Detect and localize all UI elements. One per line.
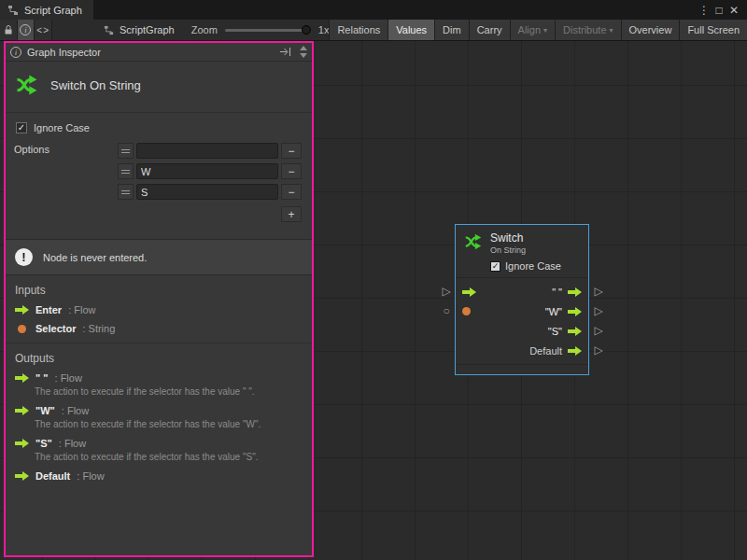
reorder-handle-icon[interactable]: [118, 184, 134, 200]
node-title: Switch: [490, 231, 526, 245]
remove-option-button[interactable]: −: [281, 163, 302, 179]
zoom-slider-knob[interactable]: [302, 25, 311, 35]
port-type: Flow: [77, 470, 104, 482]
toolbar-button-dim[interactable]: Dim: [434, 20, 469, 40]
toolbar-button-values[interactable]: Values: [388, 20, 434, 40]
port-description: The action to execute if the selector ha…: [35, 452, 303, 462]
remove-option-button[interactable]: −: [281, 143, 302, 159]
option-input[interactable]: [136, 163, 278, 179]
node-input-ports: ▷ ○: [462, 282, 476, 321]
dock-icon[interactable]: [279, 47, 291, 57]
code-view-button[interactable]: <>: [35, 20, 52, 40]
node-ignore-case-checkbox[interactable]: [490, 261, 500, 272]
switch-node[interactable]: Switch On String Ignore Case " " ▷ "W": [455, 224, 589, 375]
remove-option-button[interactable]: −: [281, 184, 302, 200]
port-description: The action to execute if the selector ha…: [35, 386, 303, 397]
input-connector[interactable]: ○: [440, 304, 453, 317]
switch-icon: [14, 72, 40, 98]
port-description: The action to execute if the selector ha…: [35, 419, 303, 429]
option-input[interactable]: [136, 184, 278, 200]
button-label: Overview: [629, 24, 672, 35]
toolbar-button-fullscreen[interactable]: Full Screen: [679, 20, 747, 40]
script-graph-breadcrumb-icon: [104, 25, 114, 35]
flow-port-icon: [15, 471, 29, 481]
dropdown-caret-icon: ▾: [543, 26, 547, 35]
flow-output-port[interactable]: [568, 287, 582, 297]
toolbar-button-align[interactable]: Align ▾: [510, 20, 555, 40]
scroll-down-icon[interactable]: [300, 53, 307, 58]
flow-port-icon: [15, 406, 29, 415]
toolbar-button-relations[interactable]: Relations: [329, 20, 388, 40]
flow-output-port[interactable]: [568, 307, 582, 316]
output-port-label: "S": [548, 326, 562, 337]
inspector-toggle-button[interactable]: [18, 20, 35, 40]
output-connector[interactable]: ▷: [592, 324, 605, 337]
lock-icon: [4, 24, 13, 35]
port-name: " ": [35, 372, 49, 384]
title-bar: Script Graph ⋮ □ ✕: [0, 0, 747, 20]
inspector-fields: Ignore Case Options − −: [6, 113, 312, 228]
flow-port-icon: [15, 439, 29, 448]
output-connector[interactable]: ▷: [592, 304, 605, 317]
outputs-heading: Outputs: [15, 352, 303, 365]
port-type: String: [82, 323, 115, 334]
port-name: Selector: [35, 323, 76, 334]
options-label: Options: [14, 142, 118, 222]
node-header[interactable]: Switch On String Ignore Case: [456, 225, 588, 277]
output-port-item: " "Flow: [15, 372, 303, 384]
inputs-heading: Inputs: [15, 284, 303, 297]
lock-button[interactable]: [0, 20, 18, 40]
input-port-item: SelectorString: [15, 323, 303, 334]
port-name: "W": [35, 405, 55, 416]
reorder-handle-icon[interactable]: [118, 163, 134, 179]
selector-input-port[interactable]: [462, 307, 471, 315]
panel-scrollbar: [300, 46, 307, 58]
button-label: Relations: [337, 24, 380, 35]
flow-output-port[interactable]: [568, 346, 582, 356]
maximize-icon[interactable]: □: [712, 5, 726, 16]
window-tab[interactable]: Script Graph: [0, 0, 93, 20]
node-ports: " " ▷ "W" ▷ "S" ▷ Default ▷: [456, 277, 588, 364]
options-list: − − − +: [118, 142, 302, 222]
option-input[interactable]: [136, 143, 278, 159]
add-option-button[interactable]: +: [281, 206, 302, 222]
flow-output-port[interactable]: [568, 327, 582, 336]
close-icon[interactable]: ✕: [726, 5, 741, 16]
port-type: Flow: [55, 372, 82, 384]
zoom-control: Zoom 1x: [191, 20, 330, 40]
port-name: "S": [35, 438, 52, 449]
toolbar-button-carry[interactable]: Carry: [469, 20, 510, 40]
flow-port-icon: [15, 305, 29, 315]
flow-port-icon: [15, 373, 29, 383]
warning-icon: !: [15, 248, 33, 266]
toolbar-button-distribute[interactable]: Distribute ▾: [555, 20, 620, 40]
port-type: Flow: [68, 304, 95, 315]
button-label: Dim: [443, 24, 461, 35]
button-label: Distribute: [563, 24, 606, 35]
input-connector[interactable]: ▷: [440, 285, 453, 298]
node-title-block: Switch On String: [490, 231, 526, 255]
reorder-handle-icon[interactable]: [118, 143, 134, 159]
output-connector[interactable]: ▷: [592, 285, 605, 298]
output-connector[interactable]: ▷: [592, 343, 605, 357]
info-icon: [10, 47, 21, 58]
input-port-row[interactable]: ○: [462, 301, 476, 321]
output-port-row[interactable]: Default ▷: [456, 341, 588, 360]
input-port-row[interactable]: ▷: [462, 282, 476, 301]
button-label: Values: [396, 24, 427, 35]
node-ignore-case-label: Ignore Case: [505, 260, 561, 272]
window-menu-icon[interactable]: ⋮: [697, 5, 712, 16]
button-label: Align: [518, 24, 541, 35]
output-port-item: "W"Flow: [15, 405, 303, 416]
toolbar-button-overview[interactable]: Overview: [621, 20, 680, 40]
zoom-slider[interactable]: [225, 29, 311, 32]
output-port-label: Default: [529, 345, 562, 357]
breadcrumb[interactable]: ScriptGraph: [104, 20, 175, 40]
ignore-case-checkbox[interactable]: [16, 122, 27, 133]
node-footer: [456, 364, 588, 374]
scroll-up-icon[interactable]: [300, 46, 307, 50]
flow-input-port[interactable]: [462, 287, 476, 297]
output-port-row[interactable]: "S" ▷: [456, 321, 588, 341]
add-option-row: +: [118, 206, 302, 222]
port-type: Flow: [59, 438, 86, 449]
